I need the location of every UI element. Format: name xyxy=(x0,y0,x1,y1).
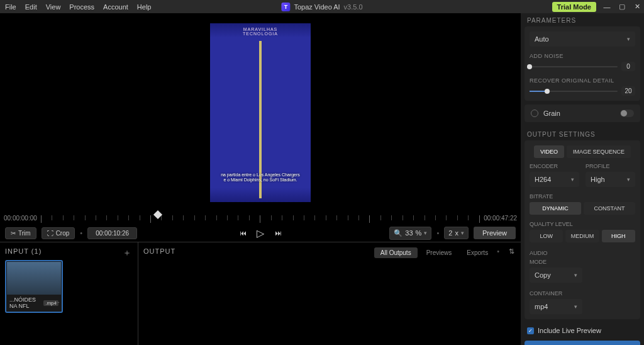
thumbnail-more-icon[interactable]: ⋯ xyxy=(54,300,60,306)
menu-process[interactable]: Process xyxy=(69,3,94,11)
step-back-icon[interactable]: ⏮ xyxy=(238,229,247,237)
timecode-display[interactable]: 00:00:10:26 xyxy=(87,227,137,239)
maximize-icon[interactable]: ▢ xyxy=(618,3,626,11)
mode-label: MODE xyxy=(530,259,635,265)
add-noise-slider[interactable] xyxy=(530,66,618,67)
app-version: v3.5.0 xyxy=(344,3,363,11)
separator-dot: • xyxy=(80,229,82,237)
settings-panel: PARAMETERS Auto ▾ ADD NOISE 0 RECOVER OR… xyxy=(521,13,644,345)
encoder-label: ENCODER xyxy=(530,163,579,169)
encoder-dropdown[interactable]: H264 ▾ xyxy=(530,172,579,187)
trim-label: Trim xyxy=(18,230,31,237)
add-noise-value[interactable]: 0 xyxy=(621,62,635,71)
output-tab-exports[interactable]: Exports xyxy=(460,247,494,258)
zoom-unit: % xyxy=(416,229,422,237)
input-panel: INPUT (1) ＋ ...NÓIDES NA NFL .mp4 ⋯ xyxy=(0,242,138,345)
transport-controls: ✂ Trim ⛶ Crop • 00:00:10:26 ⏮ ▷ ⏭ 🔍 33 % xyxy=(0,224,521,242)
chevron-down-icon: ▾ xyxy=(627,36,630,42)
menu-edit[interactable]: Edit xyxy=(25,3,37,11)
play-icon[interactable]: ▷ xyxy=(256,229,265,237)
add-noise-label: ADD NOISE xyxy=(530,53,635,59)
include-preview-row[interactable]: ✓ Include Live Preview xyxy=(521,323,644,338)
quality-label: QUALITY LEVEL xyxy=(530,221,635,227)
main-area: MARAVILHAS TECNOLOGIA na partida entre o… xyxy=(0,13,521,345)
recover-detail-value[interactable]: 20 xyxy=(621,86,635,96)
bitrate-dynamic[interactable]: DYNAMIC xyxy=(530,202,581,215)
encoder-value: H264 xyxy=(535,176,551,183)
sort-icon[interactable]: ⇅ xyxy=(509,247,514,256)
grain-toggle[interactable] xyxy=(620,110,634,117)
profile-label: PROFILE xyxy=(586,163,635,169)
parameters-value: Auto xyxy=(535,35,549,43)
app-name: Topaz Video AI xyxy=(294,3,340,11)
timeline-end: 00:00:47:22 xyxy=(484,215,517,222)
output-tab-previews[interactable]: Previews xyxy=(420,247,458,258)
chevron-down-icon: ▾ xyxy=(627,176,630,183)
separator-dot: • xyxy=(497,247,499,258)
crop-icon: ⛶ xyxy=(47,230,53,237)
checkbox-checked-icon: ✓ xyxy=(527,327,534,334)
close-icon[interactable]: ✕ xyxy=(633,3,641,11)
radio-icon xyxy=(531,110,538,117)
profile-value: High xyxy=(591,176,605,183)
compare-value: 2 xyxy=(448,229,452,237)
chevron-down-icon: ▾ xyxy=(424,230,427,236)
timeline-track[interactable] xyxy=(41,214,480,222)
menu-file[interactable]: File xyxy=(5,3,16,11)
thumbnail-name: ...NÓIDES NA NFL xyxy=(9,297,42,309)
audio-mode-dropdown[interactable]: Copy ▾ xyxy=(530,268,582,283)
menu-view[interactable]: View xyxy=(46,3,61,11)
mode-value: Copy xyxy=(535,271,551,279)
container-dropdown[interactable]: mp4 ▾ xyxy=(530,299,582,314)
video-frame: MARAVILHAS TECNOLOGIA na partida entre o… xyxy=(210,23,311,202)
crop-button[interactable]: ⛶ Crop xyxy=(42,227,75,239)
recover-detail-label: RECOVER ORIGINAL DETAIL xyxy=(530,77,635,84)
video-brand: MARAVILHAS TECNOLOGIA xyxy=(243,27,278,36)
menu-bar: File Edit View Process Account Help xyxy=(3,3,151,11)
video-preview[interactable]: MARAVILHAS TECNOLOGIA na partida entre o… xyxy=(0,13,521,212)
add-input-button[interactable]: ＋ xyxy=(123,247,131,259)
titlebar-right: Trial Mode — ▢ ✕ xyxy=(552,2,641,12)
input-heading: INPUT (1) xyxy=(5,247,133,255)
menu-account[interactable]: Account xyxy=(103,3,128,11)
compare-unit: x xyxy=(455,229,458,237)
compare-control[interactable]: 2 x ▾ xyxy=(444,227,469,239)
menu-help[interactable]: Help xyxy=(137,3,152,11)
crop-label: Crop xyxy=(56,230,70,237)
format-tab-video[interactable]: VIDEO xyxy=(534,145,564,158)
recover-detail-slider[interactable] xyxy=(530,91,618,92)
grain-row[interactable]: Grain xyxy=(525,105,640,122)
parameters-dropdown[interactable]: Auto ▾ xyxy=(530,31,635,47)
container-label: CONTAINER xyxy=(530,290,635,297)
timeline-start: 00:00:00:00 xyxy=(4,215,37,222)
timeline[interactable]: 00:00:00:00 00:00:47:22 xyxy=(0,212,521,224)
profile-dropdown[interactable]: High ▾ xyxy=(586,172,635,187)
chevron-down-icon: ▾ xyxy=(571,176,574,183)
minimize-icon[interactable]: — xyxy=(602,3,611,11)
zoom-value: 33 xyxy=(405,229,413,237)
video-brand-line1: MARAVILHAS xyxy=(243,27,278,31)
trial-mode-badge[interactable]: Trial Mode xyxy=(552,2,596,12)
app-title: T Topaz Video AI v3.5.0 xyxy=(281,3,362,11)
quality-low[interactable]: LOW xyxy=(530,230,563,242)
magnifier-icon: 🔍 xyxy=(394,229,402,237)
export-button[interactable]: Export ▾ xyxy=(525,341,640,345)
zoom-control[interactable]: 🔍 33 % ▾ xyxy=(389,227,431,240)
input-thumbnail[interactable]: ...NÓIDES NA NFL .mp4 ⋯ xyxy=(5,260,63,313)
format-tab-image-sequence[interactable]: IMAGE SEQUENCE xyxy=(567,145,631,158)
separator-dot: • xyxy=(436,229,439,237)
step-forward-icon[interactable]: ⏭ xyxy=(274,229,282,237)
include-preview-label: Include Live Preview xyxy=(538,327,601,334)
trim-button[interactable]: ✂ Trim xyxy=(5,227,36,239)
app-logo-icon: T xyxy=(281,3,290,11)
container-value: mp4 xyxy=(535,303,548,310)
bitrate-constant[interactable]: CONSTANT xyxy=(584,202,635,215)
video-caption: na partida entre o Los Angeles Chargers … xyxy=(215,172,306,183)
quality-medium[interactable]: MEDIUM xyxy=(565,230,599,242)
quality-high[interactable]: HIGH xyxy=(602,230,635,242)
audio-label: AUDIO xyxy=(530,250,635,256)
caption-line2: e o Miami Dolphins, no SoFi Stadium. xyxy=(215,178,306,183)
output-tab-all[interactable]: All Outputs xyxy=(374,247,418,258)
output-tabs: All Outputs Previews Exports • xyxy=(374,247,499,258)
preview-button[interactable]: Preview xyxy=(474,227,516,239)
